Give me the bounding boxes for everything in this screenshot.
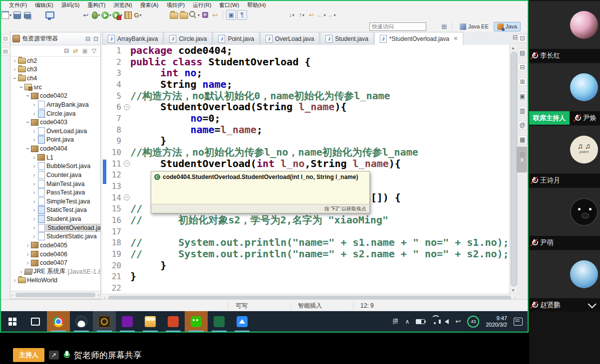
code-text[interactable]: name=l_name; [130,124,509,136]
tree-twisty-icon[interactable] [31,110,37,117]
qq[interactable] [70,311,93,332]
dropdown-caret-icon[interactable]: ▾ [9,13,11,17]
tree-twisty-icon[interactable] [18,84,24,91]
tree-twisty-icon[interactable] [31,189,37,196]
save-all-button[interactable] [22,10,31,20]
task-view[interactable] [24,311,47,332]
tree-item[interactable]: BubbleSort.java [10,162,100,171]
tree-twisty-icon[interactable] [12,75,17,82]
collapse-all-icon[interactable]: ⊟ [64,47,69,54]
tree-twisty-icon[interactable] [31,163,37,170]
tree-twisty-icon[interactable] [25,251,30,258]
minimized-view-icon[interactable]: ⊟ [518,63,527,72]
file-explorer[interactable] [139,311,162,332]
line-number[interactable]: 18 [102,238,123,247]
menu-item[interactable]: 窗口(W) [215,1,243,9]
code-text[interactable]: StudentOverload(int l_no,String l_name){ [130,158,509,170]
fold-column[interactable]: − [123,194,130,200]
mic-muted-icon[interactable] [531,177,538,184]
declaration-view-icon[interactable]: ▥ [518,106,527,115]
line-number[interactable]: 21 [102,272,123,281]
code-text[interactable]: // 初始化对象s2，学号为2,名字为 "xiaoMing" [130,214,509,226]
menu-item[interactable]: 搜索(A) [136,1,163,9]
line-number[interactable]: 15 [102,204,123,213]
code-text[interactable]: // System.out.println("name=" + s1.name … [130,237,509,248]
outline-view-icon[interactable]: ▤ [518,48,527,57]
line-number[interactable]: 1 [102,46,123,55]
meeting[interactable] [231,311,254,332]
search-button[interactable]: ▾ [189,10,200,20]
scroll-up-icon[interactable]: ▲ [511,46,515,50]
fold-column[interactable]: − [123,104,130,110]
tree-item[interactable]: code0407 [10,258,100,267]
link-with-editor-icon[interactable]: ⇄ [73,47,78,54]
tree-item[interactable]: ArrayBank.java [10,100,100,109]
insert-mode-status[interactable]: 智能插入 [291,302,353,310]
menu-item[interactable]: 运行(R) [189,1,215,9]
menu-item[interactable]: 文件(F) [5,1,31,9]
dropdown-caret-icon[interactable]: ▾ [198,13,200,17]
run-last-button[interactable]: ▾ [112,10,122,20]
tree-item[interactable]: StudentStatic.java [10,232,100,241]
tree-twisty-icon[interactable] [25,242,30,249]
tree-twisty-icon[interactable] [31,101,37,108]
line-number[interactable]: 19 [102,249,123,259]
tree-twisty-icon[interactable] [31,224,37,231]
menu-item[interactable]: 编辑(E) [31,1,57,9]
tree-twisty-icon[interactable] [12,66,17,73]
dropdown-caret-icon[interactable]: ▾ [324,13,326,17]
editor-tab[interactable]: J Circle.java ✕ [164,32,212,45]
dropdown-caret-icon[interactable]: ▾ [140,13,142,17]
save-button[interactable] [12,10,21,20]
tree-twisty-icon[interactable] [25,259,30,266]
tree-twisty-icon[interactable] [25,145,30,152]
package-explorer-title[interactable]: 包资源管理器 [22,34,58,43]
editor-tab[interactable]: J *StudentOverload.java ✕ [374,32,463,45]
menu-item[interactable]: 重构(T) [83,1,109,9]
clock[interactable]: 9:47 2020/3/2 [486,315,507,328]
external-tools-button[interactable]: G▾ [133,10,142,20]
powerpoint[interactable] [162,311,185,332]
tree-item[interactable]: code0405 [10,241,100,250]
speaker-icon[interactable] [445,319,449,324]
tree-twisty-icon[interactable] [31,128,37,135]
back-button[interactable]: ←▾ [317,10,326,20]
participant-tile[interactable]: 尹萌 [529,188,600,249]
minimize-icon[interactable]: ⊟ [85,35,90,42]
line-number[interactable]: 9 [102,136,123,146]
code-text[interactable]: no=0; [130,113,509,124]
tree-item[interactable]: StudentOverload.java [10,223,100,232]
coverage-button[interactable] [123,10,132,20]
tree-twisty-icon[interactable] [25,119,30,126]
line-number[interactable]: 17 [102,227,123,236]
fold-minus-icon[interactable]: − [124,104,130,110]
code-text[interactable]: } [130,260,509,271]
open-resource-button[interactable] [179,10,188,20]
line-number[interactable]: 22 [102,283,123,293]
game[interactable] [93,311,116,332]
hidden-icons-chevron-icon[interactable]: ∧ [405,318,409,325]
tree-item[interactable]: ch4 [10,74,100,83]
excel[interactable] [208,311,231,332]
line-number[interactable]: 5 [102,91,123,101]
menu-item[interactable]: 浏览(N) [109,1,136,9]
tree-twisty-icon[interactable] [31,233,37,240]
tree-item[interactable]: code0402 [10,92,100,101]
quick-access-input[interactable] [369,22,426,31]
mic-muted-icon[interactable] [531,301,538,309]
open-perspective-button[interactable]: ⊞ [440,21,449,31]
dropdown-caret-icon[interactable]: ▾ [98,13,100,17]
mic-muted-icon[interactable] [531,239,538,247]
close-icon[interactable]: ✕ [453,35,458,42]
chevron-down-icon[interactable] [588,300,597,308]
tree-twisty-icon[interactable] [31,172,37,179]
last-edit-location-button[interactable]: ↩ [307,10,316,20]
tree-item[interactable]: ch2 [10,56,100,65]
tree-item[interactable]: OverLoad.java [10,127,100,136]
code-text[interactable]: package code0404; [130,45,509,56]
code-text[interactable]: public class StudentOverload { [130,56,509,68]
code-text[interactable]: StudentOverload(String l_name){ [130,101,509,113]
restore-view-icon[interactable]: ⊡ [1,34,10,43]
restore-view-icon[interactable]: ⊡ [518,34,527,43]
mark-occurrences-button[interactable]: ▣ [226,10,236,20]
